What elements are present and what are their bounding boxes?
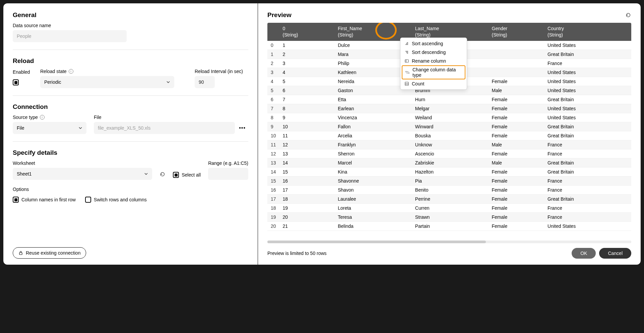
table-cell: Male: [489, 140, 544, 149]
table-cell: Zabriskie: [412, 158, 489, 167]
table-cell: 3: [267, 68, 279, 77]
table-cell: Hazelton: [412, 167, 489, 176]
reload-state-select[interactable]: Periodic: [40, 76, 174, 88]
refresh-icon[interactable]: [625, 12, 631, 18]
menu-count[interactable]: Count: [400, 79, 467, 88]
refresh-icon[interactable]: [159, 171, 166, 177]
source-type-select[interactable]: File: [13, 122, 86, 134]
file-input[interactable]: [94, 122, 235, 134]
worksheet-select[interactable]: Sheet1: [13, 168, 152, 180]
table-cell: Male: [489, 86, 544, 95]
range-input[interactable]: [208, 168, 248, 180]
info-icon[interactable]: i: [69, 69, 73, 74]
table-cell: France: [544, 212, 631, 221]
table-cell: Belinda: [334, 221, 412, 230]
menu-sort-descending[interactable]: Sort descending: [400, 48, 467, 57]
table-row[interactable]: 1819LoretaCurrenFemaleFrance: [267, 203, 631, 212]
table-cell: 17: [279, 185, 335, 194]
table-header-gender[interactable]: Gender(String): [489, 23, 544, 41]
table-header-index: [267, 23, 279, 41]
table-cell: 7: [279, 95, 335, 104]
table-cell: Female: [489, 203, 544, 212]
table-cell: 14: [267, 167, 279, 176]
table-row[interactable]: 1920TeresaStrawnFemaleFrance: [267, 212, 631, 221]
table-row[interactable]: 1213SherronAscencioFemaleFrance: [267, 149, 631, 158]
reuse-connection-button[interactable]: Reuse existing connection: [13, 247, 86, 259]
chevron-down-icon: [166, 80, 170, 84]
table-row[interactable]: 1415KinaHazeltonFemaleGreat Britain: [267, 167, 631, 176]
table-header-0[interactable]: 0(String): [279, 23, 335, 41]
table-row[interactable]: 89VincenzaWeilandFemaleUnited States: [267, 113, 631, 122]
table-cell: 18: [279, 194, 335, 203]
table-cell: 15: [267, 176, 279, 185]
table-cell: 7: [267, 104, 279, 113]
range-label: Range (e.g. A1:C5): [208, 160, 248, 166]
column-names-first-row-checkbox[interactable]: [13, 197, 19, 203]
table-cell: 1: [267, 50, 279, 59]
table-cell: Female: [489, 149, 544, 158]
table-cell: Bouska: [412, 131, 489, 140]
table-row[interactable]: 1718LauraleePerrineFemaleGreat Britain: [267, 194, 631, 203]
table-cell: Female: [489, 131, 544, 140]
table-cell: United States: [544, 113, 631, 122]
ok-button[interactable]: OK: [572, 248, 596, 259]
info-icon[interactable]: i: [40, 115, 45, 120]
table-row[interactable]: 910FallonWinwardFemaleGreat Britain: [267, 122, 631, 131]
table-cell: Great Britain: [544, 131, 631, 140]
table-row[interactable]: 1112FranklynUnknowMaleFrance: [267, 140, 631, 149]
table-row[interactable]: 1011ArceliaBouskaFemaleGreat Britain: [267, 131, 631, 140]
table-cell: Female: [489, 212, 544, 221]
table-cell: United States: [544, 104, 631, 113]
file-label: File: [94, 115, 248, 120]
table-row[interactable]: 1314MarcelZabriskieMaleGreat Britain: [267, 158, 631, 167]
switch-rows-cols-checkbox[interactable]: [85, 197, 91, 203]
table-cell: Female: [489, 113, 544, 122]
table-cell: Strawn: [412, 212, 489, 221]
chevron-down-icon: [78, 126, 82, 130]
table-row[interactable]: 1617ShavonBenitoFemaleFrance: [267, 185, 631, 194]
table-row[interactable]: 78EarleanMelgarFemaleUnited States: [267, 104, 631, 113]
menu-sort-ascending[interactable]: Sort ascending: [400, 39, 467, 48]
table-cell: Sherron: [334, 149, 412, 158]
column-names-first-row-label: Column names in first row: [21, 197, 76, 202]
select-all-checkbox[interactable]: [173, 172, 179, 178]
table-cell: Lauralee: [334, 194, 412, 203]
reload-heading: Reload: [13, 57, 248, 65]
options-label: Options: [13, 187, 248, 192]
lock-icon: [18, 251, 23, 255]
table-cell: 20: [267, 221, 279, 230]
table-cell: Weiland: [412, 113, 489, 122]
scrollbar-thumb[interactable]: [267, 241, 486, 243]
table-cell: Earlean: [334, 104, 412, 113]
menu-change-data-type[interactable]: Change column data type: [402, 65, 465, 79]
datasource-name-input[interactable]: [13, 30, 127, 42]
horizontal-scrollbar[interactable]: [267, 241, 631, 243]
enabled-checkbox[interactable]: [13, 79, 19, 85]
column-context-menu: Sort ascending Sort descending Rename co…: [400, 38, 467, 90]
select-all-label: Select all: [182, 172, 201, 178]
table-cell: Female: [489, 95, 544, 104]
table-cell: United States: [544, 68, 631, 77]
preview-pane: Preview 0(String)First_Name(String)Last_…: [258, 3, 641, 265]
table-cell: 18: [267, 203, 279, 212]
table-row[interactable]: 1516ShavonnePiaFemaleFrance: [267, 176, 631, 185]
table-row[interactable]: 2021BelindaPartainFemaleUnited States: [267, 221, 631, 230]
reload-interval-input[interactable]: [195, 76, 215, 88]
table-cell: [489, 41, 544, 50]
table-cell: 11: [279, 131, 335, 140]
dialog-window: General Data source name Reload Enabled …: [3, 3, 641, 265]
table-cell: 4: [279, 68, 335, 77]
specify-details-heading: Specify details: [13, 149, 248, 156]
more-options-icon[interactable]: •••: [236, 125, 248, 131]
table-cell: United States: [544, 221, 631, 230]
table-cell: Ascencio: [412, 149, 489, 158]
table-header-country[interactable]: Country(String): [544, 23, 631, 41]
table-cell: 15: [279, 167, 335, 176]
table-cell: Female: [489, 104, 544, 113]
cancel-button[interactable]: Cancel: [599, 248, 631, 259]
table-cell: [489, 68, 544, 77]
table-cell: France: [544, 149, 631, 158]
menu-rename-column[interactable]: Rename column: [400, 57, 467, 65]
table-row[interactable]: 67EttaHurnFemaleGreat Britain: [267, 95, 631, 104]
table-cell: Great Britain: [544, 158, 631, 167]
